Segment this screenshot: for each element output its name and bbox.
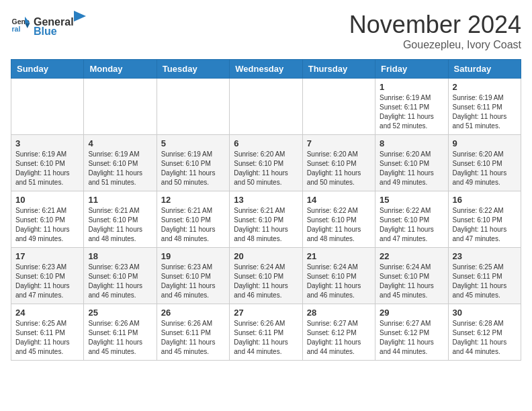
day-info: Sunrise: 6:22 AM Sunset: 6:10 PM Dayligh… [380,206,443,244]
weekday-header-monday: Monday [84,60,157,79]
calendar-cell: 6 Sunrise: 6:20 AM Sunset: 6:10 PM Dayli… [230,135,302,191]
weekday-header-saturday: Saturday [448,60,521,79]
day-info: Sunrise: 6:23 AM Sunset: 6:10 PM Dayligh… [161,263,225,300]
day-info: Sunrise: 6:22 AM Sunset: 6:10 PM Dayligh… [307,206,371,244]
day-number: 1 [380,82,443,92]
day-info: Sunrise: 6:24 AM Sunset: 6:10 PM Dayligh… [307,263,371,300]
day-number: 14 [307,195,371,205]
calendar-cell [84,79,157,135]
day-info: Sunrise: 6:20 AM Sunset: 6:10 PM Dayligh… [307,150,371,187]
month-year-title: November 2024 [349,11,521,39]
calendar-cell: 10 Sunrise: 6:21 AM Sunset: 6:10 PM Dayl… [11,191,84,248]
day-info: Sunrise: 6:19 AM Sunset: 6:11 PM Dayligh… [380,93,443,131]
calendar-week-row: 17 Sunrise: 6:23 AM Sunset: 6:10 PM Dayl… [11,248,521,304]
calendar-cell [302,79,375,135]
day-number: 24 [15,308,79,318]
calendar-cell: 19 Sunrise: 6:23 AM Sunset: 6:10 PM Dayl… [157,248,229,304]
day-number: 19 [161,251,225,261]
calendar-cell: 15 Sunrise: 6:22 AM Sunset: 6:10 PM Dayl… [375,191,448,248]
day-number: 11 [88,195,152,205]
page-header: Gene ral General Blue November 2024 Goue… [11,11,521,51]
day-number: 20 [234,251,298,261]
calendar-cell: 5 Sunrise: 6:19 AM Sunset: 6:10 PM Dayli… [157,135,229,191]
day-number: 7 [307,138,371,148]
calendar-cell: 4 Sunrise: 6:19 AM Sunset: 6:10 PM Dayli… [84,135,157,191]
day-number: 27 [234,308,298,318]
weekday-header-thursday: Thursday [302,60,375,79]
logo-icon: Gene ral [11,14,31,34]
day-info: Sunrise: 6:20 AM Sunset: 6:10 PM Dayligh… [453,150,517,187]
calendar-week-row: 3 Sunrise: 6:19 AM Sunset: 6:10 PM Dayli… [11,135,521,191]
title-area: November 2024 Gouezepleu, Ivory Coast [349,11,521,51]
day-number: 29 [380,308,443,318]
day-number: 3 [15,138,79,148]
location-subtitle: Gouezepleu, Ivory Coast [349,39,521,51]
day-number: 30 [453,308,517,318]
day-info: Sunrise: 6:22 AM Sunset: 6:10 PM Dayligh… [453,206,517,244]
day-number: 6 [234,138,298,148]
calendar-cell [11,79,84,135]
day-number: 13 [234,195,298,205]
day-info: Sunrise: 6:24 AM Sunset: 6:10 PM Dayligh… [380,263,443,300]
day-info: Sunrise: 6:24 AM Sunset: 6:10 PM Dayligh… [234,263,298,300]
day-number: 21 [307,251,371,261]
svg-marker-4 [74,11,86,21]
weekday-header-tuesday: Tuesday [157,60,229,79]
day-number: 8 [380,138,443,148]
day-info: Sunrise: 6:26 AM Sunset: 6:11 PM Dayligh… [88,319,152,357]
calendar-cell: 12 Sunrise: 6:21 AM Sunset: 6:10 PM Dayl… [157,191,229,248]
svg-text:ral: ral [12,25,21,33]
calendar-week-row: 10 Sunrise: 6:21 AM Sunset: 6:10 PM Dayl… [11,191,521,248]
calendar-cell: 25 Sunrise: 6:26 AM Sunset: 6:11 PM Dayl… [84,304,157,361]
weekday-header-sunday: Sunday [11,60,84,79]
logo-flag-icon [74,11,86,26]
day-info: Sunrise: 6:19 AM Sunset: 6:10 PM Dayligh… [15,150,79,187]
calendar-cell: 28 Sunrise: 6:27 AM Sunset: 6:12 PM Dayl… [302,304,375,361]
calendar-cell: 13 Sunrise: 6:21 AM Sunset: 6:10 PM Dayl… [230,191,302,248]
day-info: Sunrise: 6:25 AM Sunset: 6:11 PM Dayligh… [15,319,79,357]
calendar-cell [157,79,229,135]
day-info: Sunrise: 6:19 AM Sunset: 6:10 PM Dayligh… [161,150,225,187]
day-info: Sunrise: 6:20 AM Sunset: 6:10 PM Dayligh… [380,150,443,187]
day-number: 18 [88,251,152,261]
calendar-cell: 18 Sunrise: 6:23 AM Sunset: 6:10 PM Dayl… [84,248,157,304]
day-number: 26 [161,308,225,318]
calendar-cell: 21 Sunrise: 6:24 AM Sunset: 6:10 PM Dayl… [302,248,375,304]
calendar-cell: 27 Sunrise: 6:26 AM Sunset: 6:11 PM Dayl… [230,304,302,361]
day-number: 9 [453,138,517,148]
day-number: 22 [380,251,443,261]
day-number: 12 [161,195,225,205]
day-info: Sunrise: 6:27 AM Sunset: 6:12 PM Dayligh… [307,319,371,357]
day-number: 16 [453,195,517,205]
calendar-cell: 9 Sunrise: 6:20 AM Sunset: 6:10 PM Dayli… [448,135,521,191]
day-number: 10 [15,195,79,205]
calendar-cell: 24 Sunrise: 6:25 AM Sunset: 6:11 PM Dayl… [11,304,84,361]
day-number: 4 [88,138,152,148]
calendar-cell: 17 Sunrise: 6:23 AM Sunset: 6:10 PM Dayl… [11,248,84,304]
day-info: Sunrise: 6:21 AM Sunset: 6:10 PM Dayligh… [234,206,298,244]
calendar-cell: 22 Sunrise: 6:24 AM Sunset: 6:10 PM Dayl… [375,248,448,304]
day-number: 23 [453,251,517,261]
calendar-cell [230,79,302,135]
day-info: Sunrise: 6:21 AM Sunset: 6:10 PM Dayligh… [161,206,225,244]
day-number: 2 [453,82,517,92]
logo: Gene ral General Blue [11,11,86,38]
calendar-cell: 20 Sunrise: 6:24 AM Sunset: 6:10 PM Dayl… [230,248,302,304]
day-number: 15 [380,195,443,205]
day-info: Sunrise: 6:21 AM Sunset: 6:10 PM Dayligh… [88,206,152,244]
calendar-cell: 29 Sunrise: 6:27 AM Sunset: 6:12 PM Dayl… [375,304,448,361]
day-info: Sunrise: 6:23 AM Sunset: 6:10 PM Dayligh… [88,263,152,300]
day-info: Sunrise: 6:25 AM Sunset: 6:11 PM Dayligh… [453,263,517,300]
calendar-week-row: 24 Sunrise: 6:25 AM Sunset: 6:11 PM Dayl… [11,304,521,361]
day-number: 5 [161,138,225,148]
calendar-header-row: SundayMondayTuesdayWednesdayThursdayFrid… [11,60,521,79]
calendar-cell: 8 Sunrise: 6:20 AM Sunset: 6:10 PM Dayli… [375,135,448,191]
weekday-header-wednesday: Wednesday [230,60,302,79]
weekday-header-friday: Friday [375,60,448,79]
day-info: Sunrise: 6:20 AM Sunset: 6:10 PM Dayligh… [234,150,298,187]
day-info: Sunrise: 6:19 AM Sunset: 6:11 PM Dayligh… [453,93,517,131]
day-info: Sunrise: 6:26 AM Sunset: 6:11 PM Dayligh… [161,319,225,357]
calendar-cell: 2 Sunrise: 6:19 AM Sunset: 6:11 PM Dayli… [448,79,521,135]
logo-wordmark: General Blue [34,11,86,38]
calendar-cell: 16 Sunrise: 6:22 AM Sunset: 6:10 PM Dayl… [448,191,521,248]
